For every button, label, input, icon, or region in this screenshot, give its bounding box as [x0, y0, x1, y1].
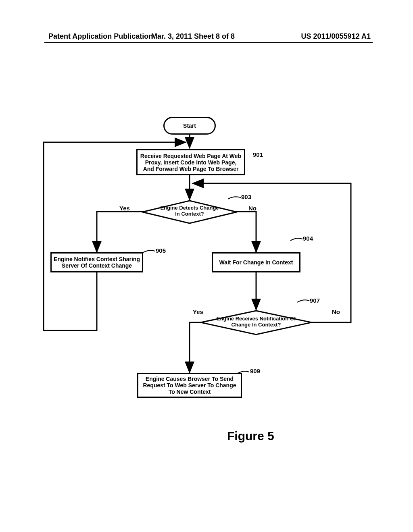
svg-marker-4: [142, 201, 237, 223]
header-patent-number: US 2011/0055912 A1: [301, 32, 371, 41]
header-date-sheet: Mar. 3, 2011 Sheet 8 of 8: [151, 32, 235, 41]
process-909: Engine Causes Browser To Send Request To…: [137, 373, 242, 398]
decision-903-yes: Yes: [119, 205, 130, 212]
process-909-text: Engine Causes Browser To Send Request To…: [140, 376, 239, 395]
decision-903: [141, 200, 238, 224]
ref-905: 905: [156, 247, 166, 254]
header-divider: [44, 42, 373, 43]
decision-903-no: No: [248, 205, 257, 212]
decision-907: [200, 310, 313, 336]
ref-901: 901: [253, 151, 263, 158]
process-905: Engine Notifies Context Sharing Server O…: [50, 252, 143, 272]
process-905-text: Engine Notifies Context Sharing Server O…: [54, 256, 140, 269]
ref-903: 903: [241, 193, 251, 200]
figure-caption: Figure 5: [227, 429, 274, 443]
process-904-text: Wait For Change In Context: [219, 259, 293, 266]
process-901: Receive Requested Web Page At Web Proxy,…: [136, 149, 245, 175]
svg-marker-5: [201, 311, 311, 335]
decision-907-yes: Yes: [193, 308, 203, 315]
ref-904: 904: [303, 235, 313, 242]
process-904: Wait For Change In Context: [212, 252, 300, 272]
decision-907-no: No: [332, 308, 340, 315]
ref-909: 909: [250, 368, 260, 374]
ref-907: 907: [310, 297, 320, 304]
header-publication: Patent Application Publication: [48, 32, 153, 41]
process-901-text: Receive Requested Web Page At Web Proxy,…: [140, 153, 242, 172]
start-label: Start: [183, 123, 196, 129]
flowchart-diagram: Start Receive Requested Web Page At Web …: [40, 117, 371, 427]
start-terminal: Start: [163, 117, 216, 135]
